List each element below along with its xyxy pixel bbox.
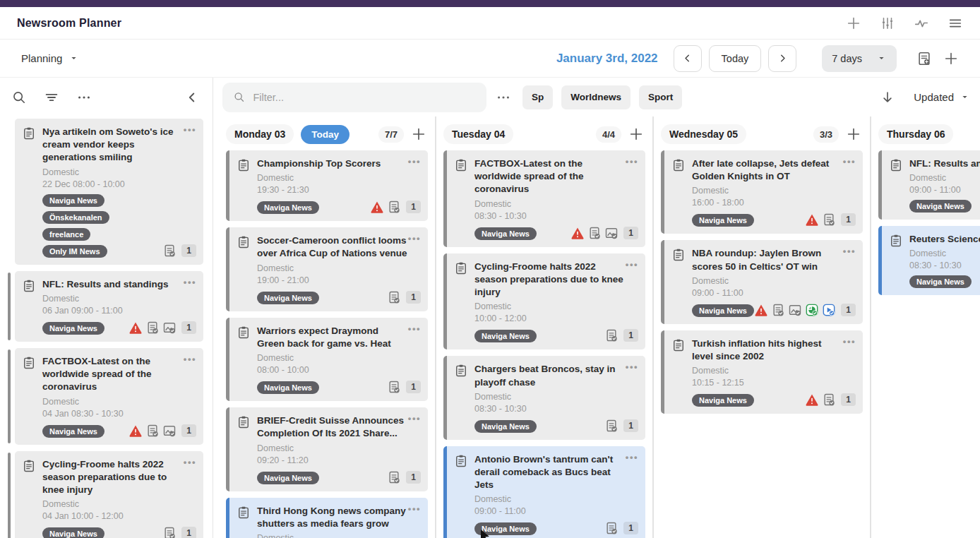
more-options-icon[interactable]: ••• <box>184 277 196 287</box>
filter-input-wrap[interactable] <box>222 83 486 112</box>
warning-icon <box>129 321 143 335</box>
add-story-button[interactable] <box>411 126 426 142</box>
story-section: Domestic <box>257 173 421 183</box>
status-icon-list: 1 <box>162 244 196 258</box>
add-icon[interactable] <box>846 16 861 31</box>
story-time: 08:30 - 10:30 <box>909 261 980 270</box>
story-card[interactable]: After late collapse, Jets defeat Golden … <box>661 150 863 234</box>
column-card-list: Championship Top Scorers Domestic 19:30 … <box>226 150 428 538</box>
more-options-icon[interactable]: ••• <box>408 324 421 333</box>
version-count: 1 <box>181 321 196 334</box>
filter-input[interactable] <box>253 92 476 103</box>
more-options-icon[interactable]: ••• <box>408 234 421 243</box>
channel-badge: Naviga News <box>257 201 319 214</box>
story-section: Domestic <box>474 199 638 209</box>
sort-group: Updated <box>880 90 970 105</box>
tune-sliders-icon[interactable] <box>880 16 895 31</box>
warning-icon <box>129 424 143 438</box>
story-card[interactable]: NFL: Results and standings Domestic 06 J… <box>15 271 203 342</box>
version-count: 1 <box>406 201 421 213</box>
notes-settings-icon[interactable] <box>916 51 932 66</box>
card-body: Antonio Brown's tantrum can't derail com… <box>474 453 638 536</box>
prev-period-button[interactable] <box>674 45 702 72</box>
more-options-icon[interactable]: ••• <box>408 504 421 513</box>
card-footer: Naviga News <box>909 200 980 213</box>
sort-direction-icon[interactable] <box>880 90 895 105</box>
more-options-icon[interactable]: ••• <box>184 354 196 364</box>
story-card[interactable]: Turkish inflation hits highest level sin… <box>661 330 863 414</box>
story-card[interactable]: FACTBOX-Latest on the worldwide spread o… <box>15 348 203 445</box>
story-title: Third Hong Kong news company shutters as… <box>257 505 421 530</box>
story-card[interactable]: NBA roundup: Jaylen Brown scores 50 in C… <box>661 240 863 323</box>
quick-filter-worldnews[interactable]: Worldnews <box>561 85 631 109</box>
card-body: After late collapse, Jets defeat Golden … <box>692 157 856 227</box>
more-options-icon[interactable]: ••• <box>408 414 421 423</box>
story-card[interactable]: NFL: Results and standings Domestic 09:0… <box>878 150 980 220</box>
version-count: 1 <box>841 393 856 406</box>
menu-icon[interactable] <box>948 16 963 31</box>
story-section: Domestic <box>474 301 638 311</box>
status-icon-list: 1 <box>387 380 421 394</box>
channel-badge: Naviga News <box>257 381 319 394</box>
clipboard-icon <box>671 338 686 352</box>
more-filters-icon[interactable] <box>496 90 511 105</box>
activity-pulse-icon[interactable] <box>914 16 929 31</box>
card-main: After late collapse, Jets defeat Golden … <box>671 157 856 227</box>
sidebar: Nya artikeln om Soweto's ice cream vendo… <box>0 78 213 538</box>
story-card[interactable]: Antonio Brown's tantrum can't derail com… <box>443 446 645 538</box>
search-icon[interactable] <box>11 90 27 105</box>
badge-list: Naviga News <box>257 201 366 214</box>
filter-icon[interactable] <box>44 90 59 105</box>
view-switcher[interactable]: Planning <box>21 52 79 64</box>
quick-filter-sp[interactable]: Sp <box>522 85 553 109</box>
more-options-icon[interactable]: ••• <box>843 337 856 346</box>
more-options-icon[interactable]: ••• <box>626 453 638 462</box>
card-main: BRIEF-Credit Suisse Announces Completion… <box>237 414 421 484</box>
story-card[interactable]: Nya artikeln om Soweto's ice cream vendo… <box>15 119 203 265</box>
clipboard-icon <box>671 158 686 172</box>
more-options-icon[interactable]: ••• <box>184 458 196 467</box>
range-select[interactable]: 7 days <box>822 45 897 72</box>
next-period-button[interactable] <box>768 45 796 72</box>
story-card[interactable]: FACTBOX-Latest on the worldwide spread o… <box>443 150 645 247</box>
more-options-icon[interactable] <box>76 90 92 105</box>
story-card[interactable]: Warriors expect Draymond Green back for … <box>226 318 428 401</box>
collapse-sidebar-icon[interactable] <box>184 90 200 105</box>
card-footer: Naviga News 1 <box>474 521 638 535</box>
card-main: Cycling-Froome halts 2022 season prepara… <box>22 458 196 538</box>
story-section: Domestic <box>42 167 196 177</box>
date-label[interactable]: January 3rd, 2022 <box>556 52 658 66</box>
today-button[interactable]: Today <box>709 45 762 72</box>
story-title: Antonio Brown's tantrum can't derail com… <box>474 453 638 492</box>
sort-select[interactable]: Updated <box>914 91 970 103</box>
column-count: 4/4 <box>596 126 621 143</box>
sort-select-label: Updated <box>914 91 954 103</box>
story-card[interactable]: Reuters Science News Domestic 08:30 - 10… <box>878 226 980 295</box>
more-options-icon[interactable]: ••• <box>626 260 638 269</box>
add-story-button[interactable] <box>846 126 861 142</box>
story-card[interactable]: Cycling-Froome halts 2022 season prepara… <box>15 451 203 538</box>
badge-list: Naviga News <box>909 275 980 288</box>
badge-list: Naviga News <box>909 200 980 213</box>
story-time: 08:00 - 10:00 <box>257 365 421 375</box>
story-card[interactable]: Chargers beat Broncos, stay in playoff c… <box>443 356 645 439</box>
add-event-icon[interactable] <box>943 51 959 66</box>
add-story-button[interactable] <box>628 126 644 142</box>
more-options-icon[interactable]: ••• <box>843 246 856 256</box>
story-card[interactable]: BRIEF-Credit Suisse Announces Completion… <box>226 407 428 491</box>
card-main: Chargers beat Broncos, stay in playoff c… <box>454 363 638 432</box>
story-title: Cycling-Froome halts 2022 season prepara… <box>42 458 196 497</box>
story-card[interactable]: Cycling-Froome halts 2022 season prepara… <box>443 253 645 350</box>
story-card[interactable]: Third Hong Kong news company shutters as… <box>226 498 428 538</box>
quick-filter-sport[interactable]: Sport <box>639 85 682 109</box>
more-options-icon[interactable]: ••• <box>843 157 856 166</box>
more-options-icon[interactable]: ••• <box>626 157 638 166</box>
more-options-icon[interactable]: ••• <box>408 157 421 166</box>
story-card[interactable]: Championship Top Scorers Domestic 19:30 … <box>226 150 428 221</box>
card-footer: Naviga News 1 <box>692 393 856 407</box>
more-options-icon[interactable]: ••• <box>626 362 638 371</box>
column-day-label: Tuesday 04 <box>443 124 513 144</box>
story-card[interactable]: Soccer-Cameroon conflict looms over Afri… <box>226 227 428 311</box>
more-options-icon[interactable]: ••• <box>184 125 196 134</box>
badge-list: Naviga NewsÖnskekanalenfreelanceOnly IM … <box>42 194 158 258</box>
